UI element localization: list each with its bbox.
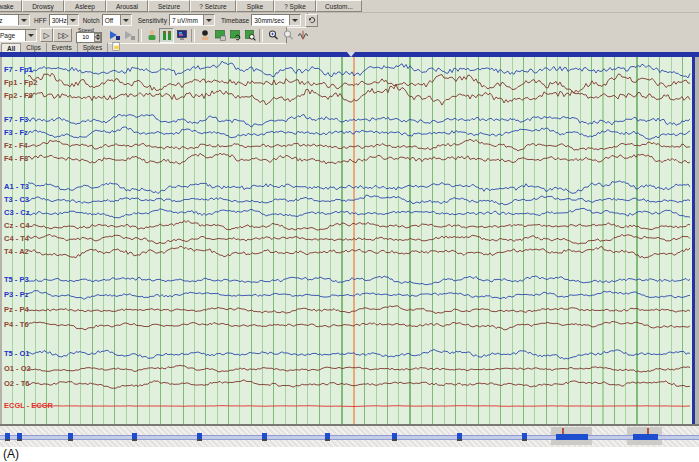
page-icon [111,41,122,52]
annotation-button-asleep[interactable]: Asleep [64,0,106,12]
navigation-timeline[interactable] [0,426,699,447]
measure-icon [297,29,309,41]
channel-label-Cz-C4: Cz - C4 [4,221,29,230]
reload-montage-button[interactable] [305,14,318,27]
timebase-select[interactable]: 30mm/sec [251,14,301,26]
channel-label-F7-F3: F7 - F3 [4,115,28,124]
annotation-button-drowsy[interactable]: Drowsy [22,0,64,12]
toolbar-separator [138,29,142,42]
reviewer-button[interactable] [197,28,212,43]
refresh-screen-icon [229,29,241,41]
timeline-event-tick [647,428,649,434]
notes-page-button[interactable] [110,41,123,52]
hff-select[interactable]: 30Hz [49,14,79,26]
timeline-marker[interactable] [522,433,527,441]
montage-button[interactable] [159,28,174,43]
prev-marker-icon [123,29,135,41]
annotation-button-spike[interactable]: Spike [236,0,274,12]
search-record-button[interactable] [242,28,257,43]
channel-label-T3-C3: T3 - C3 [4,195,29,204]
channel-label-A1-T3: A1 - T3 [4,182,29,191]
page-mode-select[interactable]: Page [0,29,37,42]
fast-forward-button[interactable]: ▷▷ [53,28,72,42]
timeline-marker[interactable] [457,433,462,441]
trace-P4-T6 [28,321,690,329]
channel-label-C4-T4: C4 - T4 [4,234,29,243]
eeg-trace-area[interactable]: F7 - Fp1Fp1 - Fp2Fp2 - F8F7 - F3F3 - FzF… [2,57,695,424]
annotation-button-custom[interactable]: Custom... [316,0,362,12]
speed-control[interactable]: Speed 10 [76,28,102,43]
measure-button[interactable] [295,28,310,43]
channel-label-F3-Fz: F3 - Fz [4,128,28,137]
annotation-button-arousal[interactable]: Arousal [106,0,148,12]
patient-button[interactable] [144,28,159,43]
annotation-button-spike[interactable]: ? Spike [274,0,316,12]
chevron-down-icon[interactable] [67,15,78,25]
speed-spinner[interactable] [94,33,101,42]
toolbar-separator [259,29,263,42]
tab-all[interactable]: All [1,43,21,52]
chevron-down-icon[interactable] [203,15,214,25]
zoom-in-button[interactable] [265,28,280,43]
lff-select[interactable]: 1Hz [0,14,30,26]
save-screen-icon [214,29,226,41]
timeline-marker[interactable] [197,433,202,441]
chevron-down-icon[interactable] [18,15,29,25]
video-monitor-button[interactable] [174,28,189,43]
play-button[interactable]: ▷ [40,28,53,42]
annotation-button-awake[interactable]: Awake [0,0,22,12]
channel-label-P4-T6: P4 - T6 [4,320,29,329]
hff-label: HFF [34,17,47,24]
timeline-marker[interactable] [17,433,22,441]
montage-icon [161,29,173,41]
annotation-button-seizure[interactable]: Seizure [148,0,190,12]
view-tabs: AllClipsEventsSpikes [1,43,123,52]
tab-spikes[interactable]: Spikes [78,43,109,52]
channel-label-Fp2-F8: Fp2 - F8 [4,91,33,100]
trace-Fp2-F8 [28,84,690,105]
timeline-marker[interactable] [325,433,330,441]
channel-label-T5-P3: T5 - P3 [4,275,29,284]
tab-clips[interactable]: Clips [21,43,46,52]
save-screen-button[interactable] [212,28,227,43]
annotation-toolbar: AwakeDrowsyAsleepArousalSeizure? Seizure… [0,0,699,13]
nav-toolbar: Page ▷ ▷▷ Speed 10 [0,27,287,44]
trace-O2-T6 [28,380,690,389]
trace-ECGL-ECGR [32,406,690,407]
reload-icon [307,15,317,25]
channel-label-P3-Pz: P3 - Pz [4,290,29,299]
zoom-in-icon [267,29,279,41]
chevron-down-icon[interactable] [25,30,36,41]
timeline-marker[interactable] [5,433,10,441]
lff-value: 1Hz [0,17,3,24]
tab-events[interactable]: Events [47,43,78,52]
video-monitor-icon [176,29,188,41]
annotation-button-seizure[interactable]: ? Seizure [190,0,236,12]
timeline-event-bar[interactable] [556,434,588,440]
timeline-marker[interactable] [392,433,397,441]
timeline-event-bar[interactable] [633,434,658,440]
chevron-down-icon[interactable] [120,15,131,25]
patient-icon [146,29,158,41]
channel-label-Pz-P4: Pz - P4 [4,305,29,314]
chevron-down-icon[interactable] [289,15,300,25]
sensitivity-select[interactable]: 7 uV/mm [169,14,215,26]
timebase-label: Timebase [221,17,249,24]
toolbar-separator [191,29,195,42]
notch-select[interactable]: Off [102,14,132,26]
refresh-screen-button[interactable] [227,28,242,43]
next-marker-icon [108,29,120,41]
trace-F3-Fz [28,127,690,139]
page-mode-value: Page [0,32,15,39]
cursor-marker-icon[interactable] [347,52,355,57]
eeg-traces [2,57,692,424]
trace-P3-Pz [28,291,690,300]
zoom-out-button [280,28,295,43]
trace-T3-C3 [28,195,690,205]
prev-marker-button [121,28,136,43]
timeline-marker[interactable] [132,433,137,441]
timeline-marker[interactable] [68,433,73,441]
speed-value: 10 [77,34,94,40]
timeline-track[interactable] [0,435,699,440]
timeline-marker[interactable] [262,433,267,441]
